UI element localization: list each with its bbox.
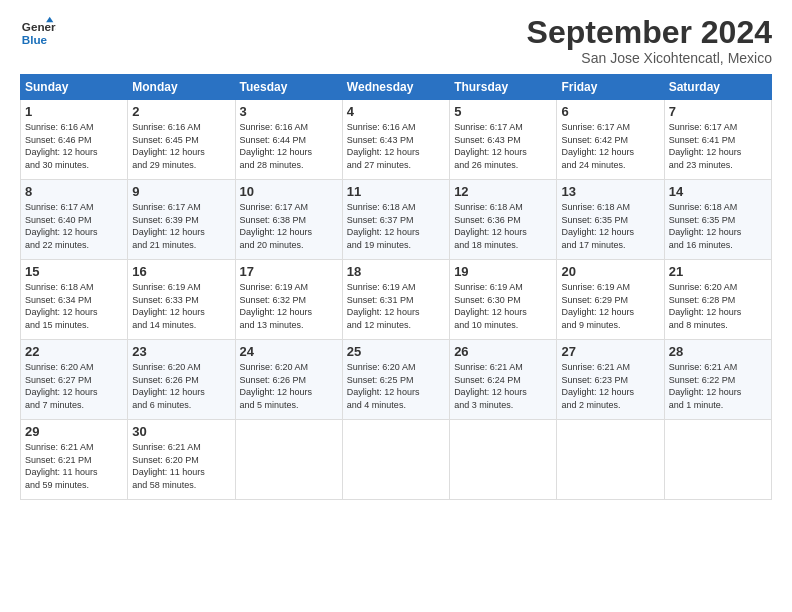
- day-info: Sunrise: 6:21 AMSunset: 6:22 PMDaylight:…: [669, 361, 767, 411]
- day-info: Sunrise: 6:18 AMSunset: 6:34 PMDaylight:…: [25, 281, 123, 331]
- calendar-cell: 13Sunrise: 6:18 AMSunset: 6:35 PMDayligh…: [557, 180, 664, 260]
- calendar-cell: 4Sunrise: 6:16 AMSunset: 6:43 PMDaylight…: [342, 100, 449, 180]
- col-thursday: Thursday: [450, 75, 557, 100]
- calendar-cell: 27Sunrise: 6:21 AMSunset: 6:23 PMDayligh…: [557, 340, 664, 420]
- day-number: 2: [132, 104, 230, 119]
- day-number: 13: [561, 184, 659, 199]
- calendar-cell: 17Sunrise: 6:19 AMSunset: 6:32 PMDayligh…: [235, 260, 342, 340]
- day-number: 29: [25, 424, 123, 439]
- title-block: September 2024 San Jose Xicohtencatl, Me…: [527, 15, 772, 66]
- calendar-cell: 11Sunrise: 6:18 AMSunset: 6:37 PMDayligh…: [342, 180, 449, 260]
- calendar-cell: 26Sunrise: 6:21 AMSunset: 6:24 PMDayligh…: [450, 340, 557, 420]
- day-number: 16: [132, 264, 230, 279]
- day-info: Sunrise: 6:20 AMSunset: 6:28 PMDaylight:…: [669, 281, 767, 331]
- calendar-cell: 18Sunrise: 6:19 AMSunset: 6:31 PMDayligh…: [342, 260, 449, 340]
- col-saturday: Saturday: [664, 75, 771, 100]
- day-number: 1: [25, 104, 123, 119]
- day-number: 20: [561, 264, 659, 279]
- calendar-cell: 2Sunrise: 6:16 AMSunset: 6:45 PMDaylight…: [128, 100, 235, 180]
- day-number: 9: [132, 184, 230, 199]
- header: General Blue September 2024 San Jose Xic…: [20, 15, 772, 66]
- col-sunday: Sunday: [21, 75, 128, 100]
- calendar-cell: 16Sunrise: 6:19 AMSunset: 6:33 PMDayligh…: [128, 260, 235, 340]
- calendar-cell: [557, 420, 664, 500]
- day-info: Sunrise: 6:18 AMSunset: 6:35 PMDaylight:…: [561, 201, 659, 251]
- day-info: Sunrise: 6:19 AMSunset: 6:32 PMDaylight:…: [240, 281, 338, 331]
- calendar-cell: 22Sunrise: 6:20 AMSunset: 6:27 PMDayligh…: [21, 340, 128, 420]
- day-number: 11: [347, 184, 445, 199]
- day-number: 7: [669, 104, 767, 119]
- day-number: 4: [347, 104, 445, 119]
- calendar-cell: 23Sunrise: 6:20 AMSunset: 6:26 PMDayligh…: [128, 340, 235, 420]
- calendar-cell: 14Sunrise: 6:18 AMSunset: 6:35 PMDayligh…: [664, 180, 771, 260]
- calendar-week-2: 8Sunrise: 6:17 AMSunset: 6:40 PMDaylight…: [21, 180, 772, 260]
- day-number: 12: [454, 184, 552, 199]
- day-info: Sunrise: 6:19 AMSunset: 6:30 PMDaylight:…: [454, 281, 552, 331]
- calendar-cell: [342, 420, 449, 500]
- calendar-week-5: 29Sunrise: 6:21 AMSunset: 6:21 PMDayligh…: [21, 420, 772, 500]
- col-tuesday: Tuesday: [235, 75, 342, 100]
- day-number: 10: [240, 184, 338, 199]
- day-info: Sunrise: 6:19 AMSunset: 6:29 PMDaylight:…: [561, 281, 659, 331]
- calendar-cell: 19Sunrise: 6:19 AMSunset: 6:30 PMDayligh…: [450, 260, 557, 340]
- calendar-cell: 5Sunrise: 6:17 AMSunset: 6:43 PMDaylight…: [450, 100, 557, 180]
- day-info: Sunrise: 6:17 AMSunset: 6:38 PMDaylight:…: [240, 201, 338, 251]
- day-number: 24: [240, 344, 338, 359]
- day-info: Sunrise: 6:16 AMSunset: 6:43 PMDaylight:…: [347, 121, 445, 171]
- day-info: Sunrise: 6:16 AMSunset: 6:44 PMDaylight:…: [240, 121, 338, 171]
- day-number: 19: [454, 264, 552, 279]
- calendar-week-4: 22Sunrise: 6:20 AMSunset: 6:27 PMDayligh…: [21, 340, 772, 420]
- day-number: 23: [132, 344, 230, 359]
- day-number: 3: [240, 104, 338, 119]
- calendar-cell: 30Sunrise: 6:21 AMSunset: 6:20 PMDayligh…: [128, 420, 235, 500]
- day-info: Sunrise: 6:17 AMSunset: 6:40 PMDaylight:…: [25, 201, 123, 251]
- day-info: Sunrise: 6:20 AMSunset: 6:25 PMDaylight:…: [347, 361, 445, 411]
- calendar-cell: [235, 420, 342, 500]
- day-info: Sunrise: 6:19 AMSunset: 6:33 PMDaylight:…: [132, 281, 230, 331]
- calendar-cell: [450, 420, 557, 500]
- calendar-cell: 29Sunrise: 6:21 AMSunset: 6:21 PMDayligh…: [21, 420, 128, 500]
- day-info: Sunrise: 6:17 AMSunset: 6:41 PMDaylight:…: [669, 121, 767, 171]
- calendar-cell: 28Sunrise: 6:21 AMSunset: 6:22 PMDayligh…: [664, 340, 771, 420]
- day-info: Sunrise: 6:21 AMSunset: 6:21 PMDaylight:…: [25, 441, 123, 491]
- logo: General Blue: [20, 15, 56, 51]
- calendar-cell: 1Sunrise: 6:16 AMSunset: 6:46 PMDaylight…: [21, 100, 128, 180]
- day-info: Sunrise: 6:21 AMSunset: 6:20 PMDaylight:…: [132, 441, 230, 491]
- calendar-cell: 10Sunrise: 6:17 AMSunset: 6:38 PMDayligh…: [235, 180, 342, 260]
- day-number: 15: [25, 264, 123, 279]
- month-title: September 2024: [527, 15, 772, 50]
- col-friday: Friday: [557, 75, 664, 100]
- day-info: Sunrise: 6:17 AMSunset: 6:39 PMDaylight:…: [132, 201, 230, 251]
- calendar-cell: 21Sunrise: 6:20 AMSunset: 6:28 PMDayligh…: [664, 260, 771, 340]
- day-info: Sunrise: 6:18 AMSunset: 6:37 PMDaylight:…: [347, 201, 445, 251]
- calendar-table: Sunday Monday Tuesday Wednesday Thursday…: [20, 74, 772, 500]
- col-monday: Monday: [128, 75, 235, 100]
- day-number: 21: [669, 264, 767, 279]
- day-info: Sunrise: 6:16 AMSunset: 6:46 PMDaylight:…: [25, 121, 123, 171]
- calendar-cell: 24Sunrise: 6:20 AMSunset: 6:26 PMDayligh…: [235, 340, 342, 420]
- calendar-cell: 12Sunrise: 6:18 AMSunset: 6:36 PMDayligh…: [450, 180, 557, 260]
- calendar-cell: 25Sunrise: 6:20 AMSunset: 6:25 PMDayligh…: [342, 340, 449, 420]
- day-info: Sunrise: 6:20 AMSunset: 6:27 PMDaylight:…: [25, 361, 123, 411]
- calendar-cell: 9Sunrise: 6:17 AMSunset: 6:39 PMDaylight…: [128, 180, 235, 260]
- calendar-cell: 3Sunrise: 6:16 AMSunset: 6:44 PMDaylight…: [235, 100, 342, 180]
- day-info: Sunrise: 6:21 AMSunset: 6:24 PMDaylight:…: [454, 361, 552, 411]
- svg-text:Blue: Blue: [22, 33, 48, 46]
- header-row: Sunday Monday Tuesday Wednesday Thursday…: [21, 75, 772, 100]
- day-info: Sunrise: 6:18 AMSunset: 6:36 PMDaylight:…: [454, 201, 552, 251]
- day-number: 6: [561, 104, 659, 119]
- calendar-cell: [664, 420, 771, 500]
- day-number: 28: [669, 344, 767, 359]
- page: General Blue September 2024 San Jose Xic…: [0, 0, 792, 612]
- day-info: Sunrise: 6:17 AMSunset: 6:42 PMDaylight:…: [561, 121, 659, 171]
- day-info: Sunrise: 6:20 AMSunset: 6:26 PMDaylight:…: [240, 361, 338, 411]
- day-number: 30: [132, 424, 230, 439]
- calendar-cell: 7Sunrise: 6:17 AMSunset: 6:41 PMDaylight…: [664, 100, 771, 180]
- day-info: Sunrise: 6:16 AMSunset: 6:45 PMDaylight:…: [132, 121, 230, 171]
- day-number: 26: [454, 344, 552, 359]
- day-number: 14: [669, 184, 767, 199]
- day-number: 27: [561, 344, 659, 359]
- day-number: 25: [347, 344, 445, 359]
- day-number: 8: [25, 184, 123, 199]
- day-number: 17: [240, 264, 338, 279]
